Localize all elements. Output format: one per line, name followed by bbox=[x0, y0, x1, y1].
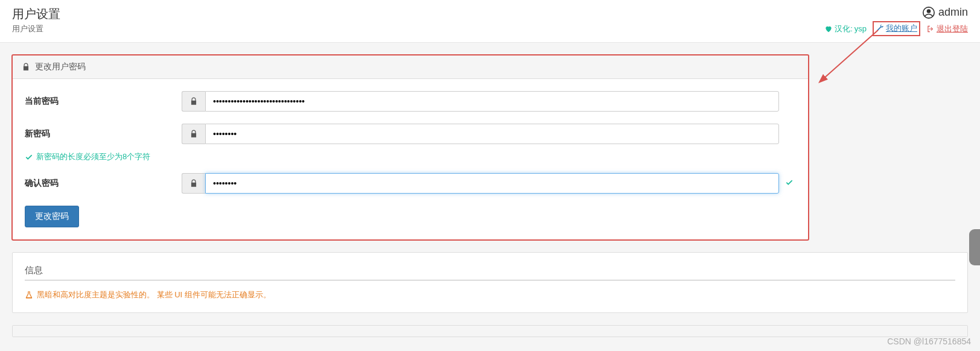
flask-icon bbox=[25, 291, 33, 299]
new-password-row: 新密码 bbox=[25, 124, 796, 144]
logout-link[interactable]: 退出登陆 bbox=[926, 24, 968, 34]
new-password-label: 新密码 bbox=[25, 128, 182, 139]
header-title-block: 用户设置 用户设置 bbox=[12, 6, 60, 34]
experimental-warning: 黑暗和高对比度主题是实验性的。 某些 UI 组件可能无法正确显示。 bbox=[25, 289, 955, 300]
panel-heading: 更改用户密码 bbox=[13, 55, 808, 79]
new-password-group bbox=[182, 124, 779, 144]
change-password-panel: 更改用户密码 当前密码 新密码 bbox=[12, 55, 809, 240]
lock-icon bbox=[189, 130, 198, 138]
check-icon bbox=[785, 178, 794, 186]
lock-icon bbox=[189, 97, 198, 106]
scroll-indicator[interactable] bbox=[969, 229, 980, 265]
change-password-button[interactable]: 更改密码 bbox=[25, 206, 79, 227]
info-title: 信息 bbox=[25, 265, 955, 280]
heart-icon bbox=[824, 25, 833, 33]
confirm-valid-icon bbox=[785, 178, 794, 189]
logout-icon bbox=[926, 25, 935, 33]
account-link-highlight: 我的账户 bbox=[873, 21, 920, 36]
next-panel-cutoff bbox=[12, 325, 968, 337]
info-panel: 信息 黑暗和高对比度主题是实验性的。 某些 UI 组件可能无法正确显示。 bbox=[12, 252, 968, 313]
current-password-group bbox=[182, 91, 779, 112]
localization-label: 汉化: bbox=[835, 24, 853, 34]
lock-addon bbox=[182, 124, 205, 144]
check-icon bbox=[25, 153, 33, 161]
lock-icon bbox=[22, 63, 30, 71]
page-subtitle: 用户设置 bbox=[12, 24, 60, 34]
password-hint: 新密码的长度必须至少为8个字符 bbox=[25, 151, 796, 162]
my-account-label: 我的账户 bbox=[886, 23, 917, 34]
page-header: 用户设置 用户设置 admin 汉化: ysp 我的账户 退出登陆 bbox=[0, 0, 980, 43]
lock-addon bbox=[182, 91, 205, 112]
confirm-password-row: 确认密码 bbox=[25, 173, 796, 194]
user-circle-icon bbox=[923, 7, 935, 19]
new-password-input[interactable] bbox=[205, 124, 779, 144]
header-links: 汉化: ysp 我的账户 退出登陆 bbox=[824, 21, 968, 36]
current-password-row: 当前密码 bbox=[25, 91, 796, 112]
watermark: CSDN @l1677516854 bbox=[887, 337, 971, 346]
localization-link[interactable]: 汉化: ysp bbox=[824, 24, 867, 34]
localization-value: ysp bbox=[854, 24, 867, 33]
current-user: admin bbox=[824, 6, 968, 19]
content-area: 更改用户密码 当前密码 新密码 bbox=[0, 43, 980, 351]
current-password-input[interactable] bbox=[205, 91, 779, 112]
confirm-password-group bbox=[182, 173, 779, 194]
confirm-password-label: 确认密码 bbox=[25, 178, 182, 189]
panel-body: 当前密码 新密码 bbox=[13, 79, 808, 239]
page-title: 用户设置 bbox=[12, 6, 60, 22]
lock-icon bbox=[189, 179, 198, 188]
logout-label: 退出登陆 bbox=[937, 24, 968, 34]
warning-text: 黑暗和高对比度主题是实验性的。 某些 UI 组件可能无法正确显示。 bbox=[37, 289, 271, 300]
confirm-password-input[interactable] bbox=[205, 173, 779, 194]
panel-title: 更改用户密码 bbox=[35, 62, 86, 72]
my-account-link[interactable]: 我的账户 bbox=[876, 23, 917, 34]
wrench-icon bbox=[876, 24, 884, 33]
header-user-block: admin 汉化: ysp 我的账户 退出登陆 bbox=[824, 6, 968, 36]
current-password-label: 当前密码 bbox=[25, 96, 182, 107]
hint-text: 新密码的长度必须至少为8个字符 bbox=[36, 151, 150, 162]
username-label: admin bbox=[938, 6, 968, 19]
svg-point-1 bbox=[927, 9, 931, 13]
lock-addon bbox=[182, 173, 205, 194]
